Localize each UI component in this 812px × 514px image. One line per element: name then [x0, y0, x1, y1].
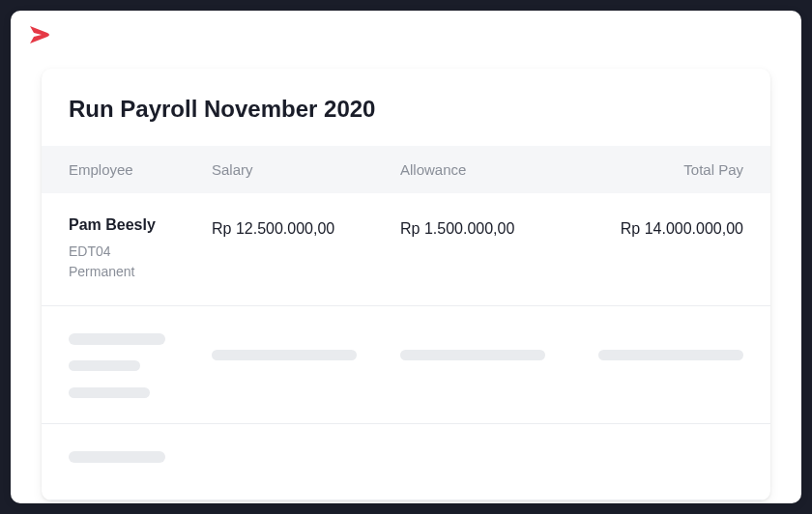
- skeleton-employee: [69, 451, 212, 478]
- payroll-card: Run Payroll November 2020 Employee Salar…: [42, 69, 770, 500]
- payroll-table: Employee Salary Allowance Total Pay Pam …: [42, 146, 770, 500]
- table-header: Employee Salary Allowance Total Pay: [42, 146, 770, 193]
- skeleton-bar: [69, 333, 165, 345]
- th-total-pay: Total Pay: [594, 161, 743, 178]
- skeleton-bar: [69, 387, 150, 398]
- skeleton-bar: [400, 350, 545, 360]
- brand-logo-icon: [28, 24, 55, 45]
- employee-id: EDT04: [69, 242, 212, 262]
- total-pay-cell: Rp 14.000.000,00: [594, 216, 743, 282]
- app-window: Run Payroll November 2020 Employee Salar…: [11, 11, 801, 503]
- skeleton-bar: [69, 451, 165, 463]
- skeleton-allowance: [400, 451, 594, 465]
- salary-cell: Rp 12.500.000,00: [212, 216, 400, 282]
- skeleton-allowance: [400, 333, 594, 364]
- skeleton-total: [594, 451, 743, 465]
- employee-type: Permanent: [69, 262, 212, 282]
- page-content: Run Payroll November 2020 Employee Salar…: [11, 57, 801, 500]
- skeleton-total: [594, 333, 743, 364]
- employee-cell: Pam Beesly EDT04 Permanent: [69, 216, 212, 282]
- skeleton-salary: [212, 451, 400, 465]
- app-header: [11, 11, 801, 57]
- skeleton-row: [42, 424, 770, 500]
- skeleton-bar: [212, 350, 357, 360]
- table-row[interactable]: Pam Beesly EDT04 Permanent Rp 12.500.000…: [42, 193, 770, 306]
- th-salary: Salary: [212, 161, 400, 178]
- th-allowance: Allowance: [400, 161, 594, 178]
- skeleton-employee: [69, 333, 212, 402]
- th-employee: Employee: [69, 161, 212, 178]
- skeleton-salary: [212, 333, 400, 364]
- skeleton-bar: [598, 350, 743, 360]
- skeleton-row: [42, 306, 770, 424]
- allowance-cell: Rp 1.500.000,00: [400, 216, 594, 282]
- skeleton-bar: [69, 360, 140, 371]
- page-title: Run Payroll November 2020: [42, 96, 770, 123]
- employee-name: Pam Beesly: [69, 216, 212, 234]
